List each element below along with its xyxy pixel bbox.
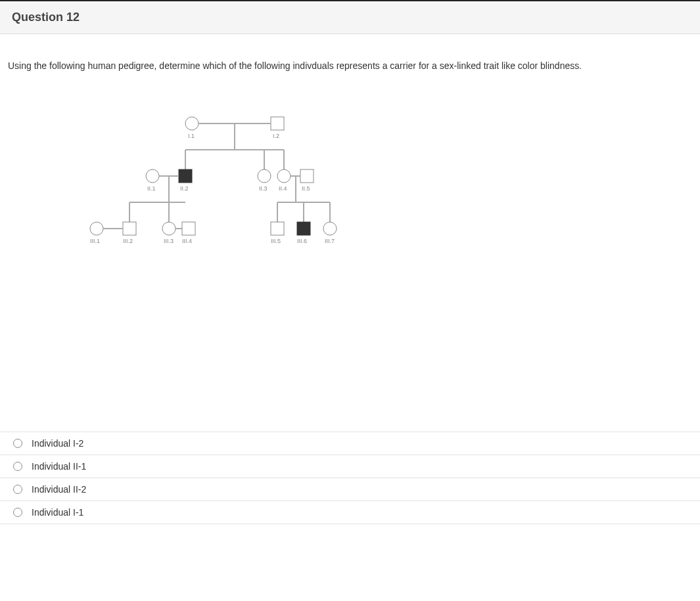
person-III2-male-icon <box>123 222 136 235</box>
radio-option-3[interactable] <box>13 485 22 494</box>
answer-label: Individual I-2 <box>32 438 83 449</box>
prompt-text: Using the following human pedigree, dete… <box>8 60 582 71</box>
person-III4-male-icon <box>182 222 195 235</box>
label-III3: III.3 <box>164 238 174 244</box>
label-III4: III.4 <box>182 238 192 244</box>
answer-option-1[interactable]: Individual I-2 <box>0 432 700 455</box>
person-III1-female-icon <box>90 222 103 235</box>
label-III1: III.1 <box>90 238 100 244</box>
question-page: Question 12 Using the following human pe… <box>0 0 700 524</box>
person-II1-female-icon <box>146 169 159 183</box>
person-II4-female-icon <box>277 169 291 183</box>
answer-label: Individual I-1 <box>32 507 83 518</box>
answer-label: Individual II-1 <box>32 461 86 472</box>
person-III3-female-icon <box>162 222 175 235</box>
label-III5: III.5 <box>271 238 281 244</box>
question-prompt: Using the following human pedigree, dete… <box>0 34 700 78</box>
label-I2: I.2 <box>273 133 279 139</box>
person-III6-male-icon <box>297 222 310 235</box>
answer-option-3[interactable]: Individual II-2 <box>0 478 700 501</box>
answer-label: Individual II-2 <box>32 484 86 495</box>
question-header: Question 12 <box>0 0 700 34</box>
person-II3-female-icon <box>258 169 271 183</box>
person-II5-male-icon <box>300 169 314 183</box>
label-II4: II.4 <box>279 185 287 192</box>
person-II2-male-icon <box>179 169 192 183</box>
label-II5: II.5 <box>302 185 310 192</box>
person-III5-male-icon <box>271 222 284 235</box>
label-I1: I.1 <box>188 133 195 139</box>
question-number: Question 12 <box>12 11 80 24</box>
label-II2: II.2 <box>180 185 189 192</box>
person-III7-female-icon <box>323 222 337 235</box>
answer-option-2[interactable]: Individual II-1 <box>0 455 700 478</box>
person-I1-female-icon <box>185 117 198 130</box>
answer-option-4[interactable]: Individual I-1 <box>0 501 700 524</box>
label-III6: III.6 <box>297 238 307 244</box>
radio-option-4[interactable] <box>13 508 22 517</box>
radio-option-2[interactable] <box>13 462 22 471</box>
radio-option-1[interactable] <box>13 439 22 448</box>
label-II1: II.1 <box>147 185 156 192</box>
pedigree-figure: I.1 I.2 II.1 II.2 <box>0 78 700 432</box>
label-III7: III.7 <box>325 238 335 244</box>
label-II3: II.3 <box>259 185 268 192</box>
label-III2: III.2 <box>123 238 133 244</box>
person-I2-male-icon <box>271 117 284 130</box>
answer-list: Individual I-2 Individual II-1 Individua… <box>0 432 700 524</box>
